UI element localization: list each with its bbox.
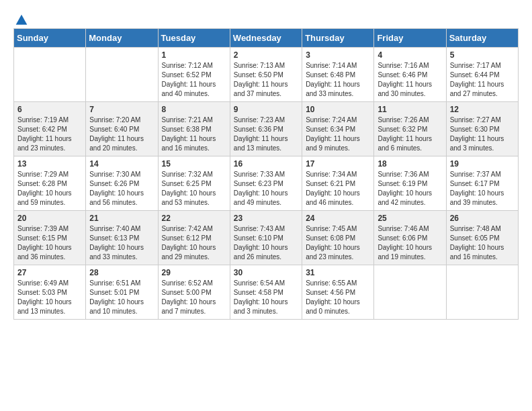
day-number: 25: [378, 214, 442, 223]
calendar-cell: [14, 48, 86, 102]
calendar-cell: 27Sunrise: 6:49 AM Sunset: 5:03 PM Dayli…: [14, 265, 86, 320]
day-info: Sunrise: 7:13 AM Sunset: 6:50 PM Dayligh…: [234, 61, 298, 99]
day-number: 28: [89, 268, 154, 277]
day-info: Sunrise: 7:21 AM Sunset: 6:38 PM Dayligh…: [162, 116, 226, 153]
calendar-cell: 6Sunrise: 7:19 AM Sunset: 6:42 PM Daylig…: [14, 102, 86, 156]
calendar-cell: 18Sunrise: 7:36 AM Sunset: 6:19 PM Dayli…: [374, 156, 446, 211]
calendar-cell: 23Sunrise: 7:43 AM Sunset: 6:10 PM Dayli…: [230, 211, 302, 265]
day-number: 23: [234, 214, 298, 223]
calendar-cell: 2Sunrise: 7:13 AM Sunset: 6:50 PM Daylig…: [230, 48, 302, 102]
day-number: 15: [162, 159, 226, 169]
day-info: Sunrise: 7:37 AM Sunset: 6:17 PM Dayligh…: [450, 170, 515, 208]
calendar-cell: 9Sunrise: 7:23 AM Sunset: 6:36 PM Daylig…: [230, 102, 302, 156]
calendar-cell: 4Sunrise: 7:16 AM Sunset: 6:46 PM Daylig…: [374, 48, 446, 102]
day-number: 8: [162, 105, 226, 114]
calendar-cell: 7Sunrise: 7:20 AM Sunset: 6:40 PM Daylig…: [86, 102, 158, 156]
day-number: 5: [450, 50, 515, 60]
day-number: 24: [306, 214, 370, 223]
calendar-cell: 31Sunrise: 6:55 AM Sunset: 4:56 PM Dayli…: [302, 265, 374, 320]
calendar-table: SundayMondayTuesdayWednesdayThursdayFrid…: [13, 28, 519, 320]
weekday-header: Monday: [86, 29, 158, 48]
day-info: Sunrise: 7:39 AM Sunset: 6:15 PM Dayligh…: [17, 224, 82, 262]
day-number: 26: [450, 214, 515, 223]
weekday-header: Sunday: [14, 29, 86, 48]
day-info: Sunrise: 7:16 AM Sunset: 6:46 PM Dayligh…: [378, 61, 442, 99]
day-number: 27: [17, 268, 82, 277]
day-info: Sunrise: 7:29 AM Sunset: 6:28 PM Dayligh…: [17, 170, 82, 208]
day-info: Sunrise: 7:43 AM Sunset: 6:10 PM Dayligh…: [234, 224, 298, 262]
day-number: 19: [450, 159, 515, 169]
day-info: Sunrise: 7:36 AM Sunset: 6:19 PM Dayligh…: [378, 170, 442, 208]
calendar-cell: 15Sunrise: 7:32 AM Sunset: 6:25 PM Dayli…: [158, 156, 230, 211]
day-info: Sunrise: 7:19 AM Sunset: 6:42 PM Dayligh…: [17, 116, 82, 153]
day-info: Sunrise: 7:26 AM Sunset: 6:32 PM Dayligh…: [378, 116, 442, 153]
svg-marker-0: [16, 15, 28, 25]
day-number: 22: [162, 214, 226, 223]
day-info: Sunrise: 7:17 AM Sunset: 6:44 PM Dayligh…: [450, 61, 515, 99]
day-number: 3: [306, 50, 370, 60]
day-number: 18: [378, 159, 442, 169]
day-info: Sunrise: 6:51 AM Sunset: 5:01 PM Dayligh…: [89, 279, 154, 316]
day-info: Sunrise: 7:46 AM Sunset: 6:06 PM Dayligh…: [378, 224, 442, 262]
day-number: 30: [234, 268, 298, 277]
day-number: 14: [89, 159, 154, 169]
day-number: 7: [89, 105, 154, 114]
calendar-cell: 26Sunrise: 7:48 AM Sunset: 6:05 PM Dayli…: [446, 211, 518, 265]
day-number: 20: [17, 214, 82, 223]
calendar-cell: 22Sunrise: 7:42 AM Sunset: 6:12 PM Dayli…: [158, 211, 230, 265]
day-info: Sunrise: 6:54 AM Sunset: 4:58 PM Dayligh…: [234, 279, 298, 316]
day-info: Sunrise: 7:32 AM Sunset: 6:25 PM Dayligh…: [162, 170, 226, 208]
day-number: 16: [234, 159, 298, 169]
day-info: Sunrise: 7:20 AM Sunset: 6:40 PM Dayligh…: [89, 116, 154, 153]
day-info: Sunrise: 7:40 AM Sunset: 6:13 PM Dayligh…: [89, 224, 154, 262]
calendar-cell: 25Sunrise: 7:46 AM Sunset: 6:06 PM Dayli…: [374, 211, 446, 265]
day-info: Sunrise: 7:27 AM Sunset: 6:30 PM Dayligh…: [450, 116, 515, 153]
calendar-week-row: 20Sunrise: 7:39 AM Sunset: 6:15 PM Dayli…: [14, 211, 519, 265]
day-number: 21: [89, 214, 154, 223]
calendar-cell: 8Sunrise: 7:21 AM Sunset: 6:38 PM Daylig…: [158, 102, 230, 156]
calendar-cell: 19Sunrise: 7:37 AM Sunset: 6:17 PM Dayli…: [446, 156, 518, 211]
calendar-header-row: SundayMondayTuesdayWednesdayThursdayFrid…: [14, 29, 519, 48]
day-number: 6: [17, 105, 82, 114]
calendar-cell: 30Sunrise: 6:54 AM Sunset: 4:58 PM Dayli…: [230, 265, 302, 320]
weekday-header: Saturday: [446, 29, 518, 48]
day-number: 4: [378, 50, 442, 60]
weekday-header: Friday: [374, 29, 446, 48]
calendar-cell: 29Sunrise: 6:52 AM Sunset: 5:00 PM Dayli…: [158, 265, 230, 320]
calendar-week-row: 13Sunrise: 7:29 AM Sunset: 6:28 PM Dayli…: [14, 156, 519, 211]
weekday-header: Wednesday: [230, 29, 302, 48]
calendar-cell: 14Sunrise: 7:30 AM Sunset: 6:26 PM Dayli…: [86, 156, 158, 211]
calendar-cell: 21Sunrise: 7:40 AM Sunset: 6:13 PM Dayli…: [86, 211, 158, 265]
calendar-week-row: 1Sunrise: 7:12 AM Sunset: 6:52 PM Daylig…: [14, 48, 519, 102]
calendar-cell: 13Sunrise: 7:29 AM Sunset: 6:28 PM Dayli…: [14, 156, 86, 211]
day-info: Sunrise: 7:45 AM Sunset: 6:08 PM Dayligh…: [306, 224, 370, 262]
calendar-cell: 10Sunrise: 7:24 AM Sunset: 6:34 PM Dayli…: [302, 102, 374, 156]
day-info: Sunrise: 7:42 AM Sunset: 6:12 PM Dayligh…: [162, 224, 226, 262]
day-number: 17: [306, 159, 370, 169]
calendar-cell: 1Sunrise: 7:12 AM Sunset: 6:52 PM Daylig…: [158, 48, 230, 102]
day-info: Sunrise: 7:23 AM Sunset: 6:36 PM Dayligh…: [234, 116, 298, 153]
day-info: Sunrise: 7:12 AM Sunset: 6:52 PM Dayligh…: [162, 61, 226, 99]
day-info: Sunrise: 6:52 AM Sunset: 5:00 PM Dayligh…: [162, 279, 226, 316]
day-number: 31: [306, 268, 370, 277]
day-info: Sunrise: 7:34 AM Sunset: 6:21 PM Dayligh…: [306, 170, 370, 208]
calendar-week-row: 6Sunrise: 7:19 AM Sunset: 6:42 PM Daylig…: [14, 102, 519, 156]
day-info: Sunrise: 6:49 AM Sunset: 5:03 PM Dayligh…: [17, 279, 82, 316]
calendar-cell: 28Sunrise: 6:51 AM Sunset: 5:01 PM Dayli…: [86, 265, 158, 320]
day-number: 13: [17, 159, 82, 169]
day-number: 12: [450, 105, 515, 114]
calendar-cell: [374, 265, 446, 320]
day-info: Sunrise: 7:24 AM Sunset: 6:34 PM Dayligh…: [306, 116, 370, 153]
day-number: 11: [378, 105, 442, 114]
calendar-cell: 3Sunrise: 7:14 AM Sunset: 6:48 PM Daylig…: [302, 48, 374, 102]
day-info: Sunrise: 7:33 AM Sunset: 6:23 PM Dayligh…: [234, 170, 298, 208]
day-info: Sunrise: 7:30 AM Sunset: 6:26 PM Dayligh…: [89, 170, 154, 208]
calendar-cell: 20Sunrise: 7:39 AM Sunset: 6:15 PM Dayli…: [14, 211, 86, 265]
calendar-cell: 24Sunrise: 7:45 AM Sunset: 6:08 PM Dayli…: [302, 211, 374, 265]
logo-icon: [15, 13, 28, 27]
weekday-header: Tuesday: [158, 29, 230, 48]
calendar-cell: [446, 265, 518, 320]
day-info: Sunrise: 7:48 AM Sunset: 6:05 PM Dayligh…: [450, 224, 515, 262]
calendar-cell: [86, 48, 158, 102]
day-number: 2: [234, 50, 298, 60]
